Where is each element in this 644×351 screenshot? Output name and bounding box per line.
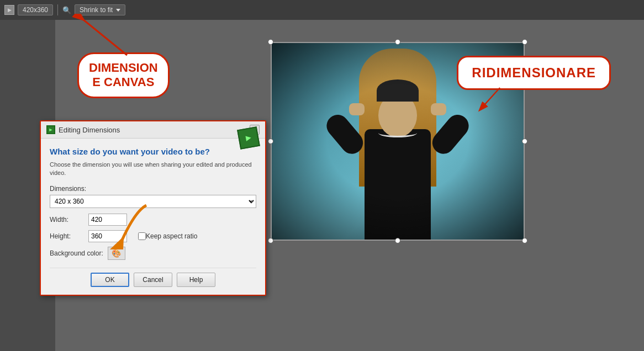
shrink-label: Shrink to fit bbox=[80, 6, 113, 14]
toolbar-size-label: 420x360 bbox=[23, 6, 48, 14]
background-color-row: Background color: 🎨 bbox=[50, 247, 256, 260]
toolbar-size-badge: 420x360 bbox=[18, 4, 53, 15]
width-input[interactable] bbox=[88, 214, 127, 226]
resize-handle-bottom-center[interactable] bbox=[395, 238, 400, 243]
height-input[interactable] bbox=[88, 230, 127, 242]
search-icon: 🔍 bbox=[62, 6, 71, 14]
dialog-app-icon: ► bbox=[46, 125, 55, 134]
resize-handle-bottom-right[interactable] bbox=[522, 238, 527, 243]
resize-handle-top-right[interactable] bbox=[522, 39, 527, 45]
resize-handle-middle-left[interactable] bbox=[268, 139, 273, 144]
dialog-title-left: ► Editing Dimensions bbox=[46, 125, 120, 134]
dialog-description: Choose the dimension you will use when s… bbox=[50, 161, 256, 178]
dialog-question: What size do you want your video to be? bbox=[50, 146, 256, 157]
resize-handle-top-left[interactable] bbox=[268, 39, 273, 45]
height-row: Height: Keep aspect ratio bbox=[50, 230, 256, 242]
dimension-line2: E CANVAS bbox=[89, 75, 158, 89]
keep-aspect-checkbox[interactable] bbox=[138, 232, 146, 240]
resize-handle-bottom-left[interactable] bbox=[268, 238, 273, 243]
keep-aspect-label: Keep aspect ratio bbox=[146, 232, 197, 240]
dimension-canvas-bubble: DIMENSION E CANVAS bbox=[77, 52, 170, 98]
dimensions-select-wrapper[interactable]: 420 x 360640 x 4801280 x 7201920 x 1080 bbox=[50, 195, 256, 208]
dialog-buttons: OK Cancel Help bbox=[50, 268, 256, 287]
dimension-arrow bbox=[66, 14, 155, 58]
dimensions-section: Dimensions: 420 x 360640 x 4801280 x 720… bbox=[50, 185, 256, 208]
toolbar-video-icon: ▶ bbox=[4, 5, 14, 15]
dimensions-select[interactable]: 420 x 360640 x 4801280 x 7201920 x 1080 bbox=[50, 195, 256, 208]
resize-handle-middle-right[interactable] bbox=[522, 139, 527, 144]
bg-color-icon: 🎨 bbox=[112, 249, 121, 258]
svg-line-0 bbox=[480, 88, 500, 110]
dialog-titlebar: ► Editing Dimensions ✕ bbox=[41, 121, 265, 139]
dialog-body-icon-symbol: ► bbox=[244, 132, 254, 143]
resize-handle-top-center[interactable] bbox=[395, 39, 400, 45]
shrink-dropdown-arrow bbox=[116, 9, 120, 12]
dimension-canvas-callout: DIMENSION E CANVAS bbox=[77, 52, 170, 98]
dialog-body: ► What size do you want your video to be… bbox=[41, 139, 265, 295]
ridimensionare-arrow bbox=[473, 84, 518, 118]
help-button[interactable]: Help bbox=[177, 273, 215, 287]
ok-button[interactable]: OK bbox=[91, 273, 129, 287]
editing-dimensions-dialog: ► Editing Dimensions ✕ ► What size do yo… bbox=[40, 120, 266, 296]
dimension-line1: DIMENSION bbox=[89, 61, 158, 75]
ridimensionare-text: RIDIMENSIONARE bbox=[472, 65, 596, 80]
dialog-icon-symbol: ► bbox=[49, 127, 54, 132]
svg-line-1 bbox=[83, 19, 127, 55]
height-label: Height: bbox=[50, 232, 88, 240]
dimensions-label: Dimensions: bbox=[50, 185, 256, 193]
bg-color-label: Background color: bbox=[50, 249, 103, 257]
cancel-button[interactable]: Cancel bbox=[134, 273, 172, 287]
ridimensionare-callout: RIDIMENSIONARE bbox=[457, 56, 611, 90]
dialog-body-icon: ► bbox=[237, 126, 260, 150]
bg-color-button[interactable]: 🎨 bbox=[108, 247, 125, 260]
dialog-title-text: Editing Dimensions bbox=[59, 126, 120, 134]
width-row: Width: bbox=[50, 214, 256, 226]
width-label: Width: bbox=[50, 216, 88, 224]
